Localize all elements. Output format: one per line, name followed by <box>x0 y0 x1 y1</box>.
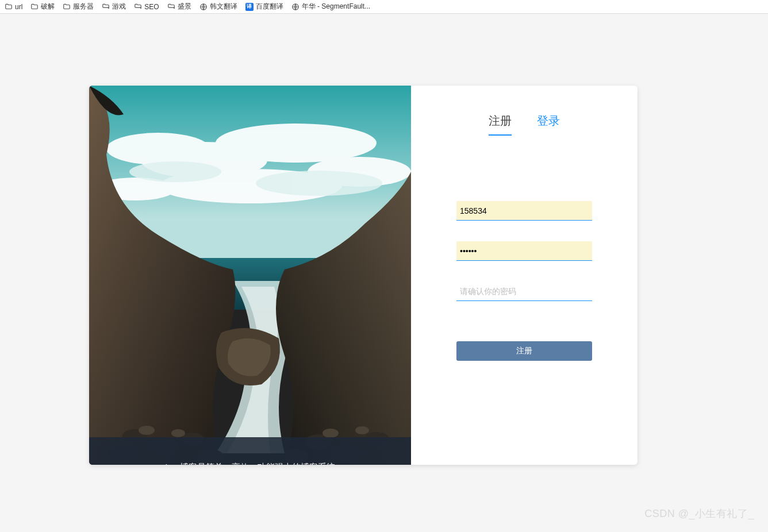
svg-point-21 <box>139 426 155 435</box>
globe-icon <box>199 3 208 11</box>
svg-point-9 <box>129 161 221 182</box>
username-field[interactable] <box>456 201 592 221</box>
hero-caption: Lua博客是简单、高效、功能强大的博客系统 <box>89 437 411 465</box>
svg-point-23 <box>322 429 339 438</box>
svg-point-24 <box>355 426 369 434</box>
confirm-password-field[interactable] <box>456 282 592 301</box>
globe-icon <box>291 3 299 11</box>
bookmark-label: 百度翻译 <box>256 2 283 11</box>
svg-point-22 <box>171 429 185 437</box>
bookmark-label: 盛景 <box>178 2 191 11</box>
password-field[interactable] <box>456 241 592 261</box>
auth-tabs: 注册 登录 <box>489 113 560 136</box>
svg-point-5 <box>216 124 377 163</box>
tab-register[interactable]: 注册 <box>489 113 512 136</box>
bookmark-label: 韩文翻译 <box>210 2 237 11</box>
bookmark-label: 年华 - SegmentFault... <box>302 2 370 11</box>
bookmark-shengjing[interactable]: 盛景 <box>167 2 191 11</box>
bookmark-segmentfault[interactable]: 年华 - SegmentFault... <box>291 2 370 11</box>
form-panel: 注册 登录 注册 <box>411 86 638 465</box>
bookmark-korean[interactable]: 韩文翻译 <box>199 2 237 11</box>
folder-icon <box>63 3 71 11</box>
folder-icon <box>102 3 110 11</box>
bookmark-label: SEO <box>144 3 159 11</box>
bookmark-seo[interactable]: SEO <box>134 3 159 11</box>
hero-caption-text: Lua博客是简单、高效、功能强大的博客系统 <box>165 462 335 465</box>
hero-image: Lua博客是简单、高效、功能强大的博客系统 <box>89 86 411 465</box>
folder-icon <box>30 3 39 11</box>
register-button[interactable]: 注册 <box>456 341 592 361</box>
folder-icon <box>134 3 142 11</box>
svg-point-10 <box>256 171 382 196</box>
register-form: 注册 <box>456 201 592 361</box>
bookmark-label: 破解 <box>41 2 55 11</box>
bookmark-server[interactable]: 服务器 <box>63 2 94 11</box>
bookmark-label: url <box>15 3 22 11</box>
bookmark-bar: url 破解 服务器 游戏 SEO 盛景 韩文翻译 译 百度翻译 年华 - Se… <box>0 0 768 14</box>
auth-card: Lua博客是简单、高效、功能强大的博客系统 注册 登录 注册 <box>89 86 638 465</box>
tab-login[interactable]: 登录 <box>537 113 560 136</box>
translate-icon: 译 <box>245 3 254 11</box>
folder-icon <box>167 3 175 11</box>
watermark: CSDN @_小生有礼了_ <box>644 507 754 521</box>
bookmark-url[interactable]: url <box>5 3 22 11</box>
bookmark-label: 游戏 <box>112 2 126 11</box>
bookmark-pojie[interactable]: 破解 <box>30 2 55 11</box>
bookmark-label: 服务器 <box>73 2 94 11</box>
bookmark-game[interactable]: 游戏 <box>102 2 126 11</box>
bookmark-baidu[interactable]: 译 百度翻译 <box>245 2 283 11</box>
folder-icon <box>5 3 13 11</box>
